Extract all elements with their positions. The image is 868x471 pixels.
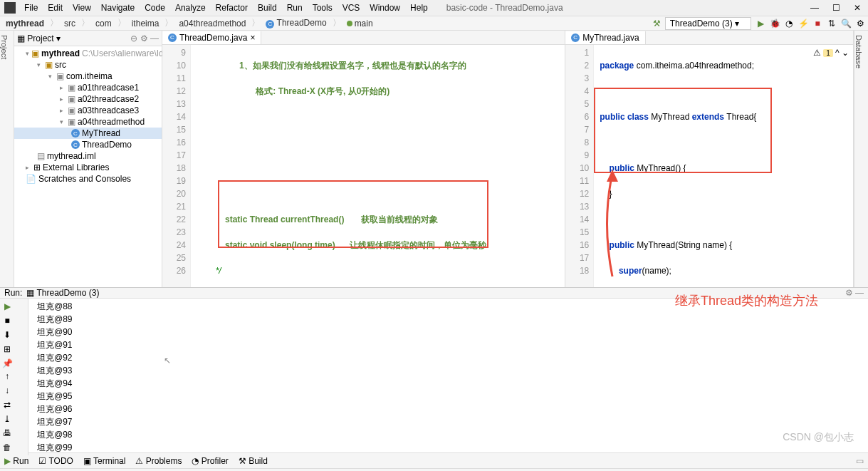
layout-icon[interactable]: ⊞ [4, 344, 11, 354]
code-right[interactable]: package com.itheima.a04threadmethod; pub… [594, 45, 853, 287]
breadcrumb: mythread〉 src〉 com〉 itheima〉 a04threadme… [3, 17, 376, 29]
rerun-icon[interactable]: ▶ [4, 301, 11, 311]
breadcrumb-item[interactable]: mythread [3, 18, 47, 29]
run-label: Run: [4, 288, 22, 298]
wrap-icon[interactable]: ⇄ [4, 400, 11, 410]
menu-code[interactable]: Code [140, 1, 169, 14]
run-output[interactable]: 坦克@88 坦克@89 坦克@90 坦克@91 坦克@92 坦克@93 坦克@9… [28, 299, 868, 455]
breadcrumb-item[interactable]: itheima [129, 18, 162, 29]
run-icon[interactable]: ▶ [755, 19, 765, 29]
tree-ext-libs[interactable]: ▸⊞ External Libraries [14, 162, 162, 173]
code-area-left[interactable]: 91011121314151617181920212223242526 1、如果… [162, 45, 565, 287]
tree-folder[interactable]: ▾▣ a04threadmethod [14, 116, 162, 128]
nav-toolbar: ⚒ ThreadDemo (3) ▾ ▶ 🐞 ◔ ⚡ ■ ⇅ 🔍 ⚙ [653, 17, 865, 30]
editor-left: CThreadDemo.java × 910111213141516171819… [162, 31, 565, 287]
cursor-icon: ↖ [164, 354, 171, 367]
search-icon[interactable]: 🔍 [841, 19, 851, 29]
menu-vcs[interactable]: VCS [338, 1, 365, 14]
tree-class-threaddemo[interactable]: C ThreadDemo [14, 139, 162, 150]
output-line: 坦克@96 [37, 403, 859, 415]
bottom-tab-todo[interactable]: ☑ TODO [38, 456, 73, 466]
run-config-name[interactable]: ▦ ThreadDemo (3) [26, 288, 99, 298]
stop-icon[interactable]: ■ [812, 19, 822, 29]
output-line: 坦克@89 [37, 313, 859, 326]
editor-tabs-right: CMyThread.java [565, 31, 853, 45]
code-area-right[interactable]: 123456789101112131415161718 package com.… [565, 45, 853, 287]
output-line: 坦克@90 [37, 326, 859, 338]
bottom-tab-build[interactable]: ⚒ Build [239, 456, 268, 466]
event-log-icon[interactable]: ▭ [856, 456, 864, 466]
menu-help[interactable]: Help [406, 1, 432, 14]
git-icon[interactable]: ⇅ [827, 19, 837, 29]
tree-package[interactable]: ▾▣ com.itheima [14, 71, 162, 82]
tree-folder[interactable]: ▸▣ a02threadcase2 [14, 93, 162, 105]
editor-tabs-left: CThreadDemo.java × [162, 31, 565, 45]
run-toolbar: ▶ ■ ⬇ ⊞ 📌 ↑ ↓ ⇄ ⤓ 🖶 🗑 [0, 299, 28, 455]
menu-tools[interactable]: Tools [308, 1, 337, 14]
right-tool-stripe[interactable]: Database [854, 31, 868, 287]
bottom-tab-terminal[interactable]: ▣ Terminal [83, 456, 125, 466]
bottom-tab-run[interactable]: ▶ Run [4, 456, 28, 466]
menu-analyze[interactable]: Analyze [171, 1, 210, 14]
editor-right: CMyThread.java 1234567891011121314151617… [565, 31, 854, 287]
menu-refactor[interactable]: Refactor [211, 1, 252, 14]
tab-threaddemo[interactable]: CThreadDemo.java × [162, 31, 261, 44]
main-area: Project ▦ Project ▾ ⊖ ⚙ — ▾▣ mythread C:… [0, 31, 868, 287]
status-bar: ☐ Build completed successfully in 2 sec,… [0, 468, 868, 471]
minimize-button[interactable]: — [804, 0, 825, 16]
output-line: 坦克@91 [37, 338, 859, 351]
breadcrumb-item[interactable]: com [93, 18, 115, 29]
project-panel-header: ▦ Project ▾ ⊖ ⚙ — [14, 31, 162, 46]
breadcrumb-item[interactable]: C ThreadDemo [263, 17, 329, 29]
tree-folder[interactable]: ▸▣ a03threadcase3 [14, 105, 162, 116]
code-left[interactable]: 1、如果我们没有给线程设置名字，线程也是有默认的名字的 格式: Thread-X… [191, 45, 565, 287]
pin-icon[interactable]: 📌 [2, 358, 13, 368]
output-line: 坦克@88 [37, 300, 859, 313]
tree-scratches[interactable]: 📄 Scratches and Consoles [14, 173, 162, 185]
menu-window[interactable]: Window [365, 1, 404, 14]
tree-iml[interactable]: ▤ mythread.iml [14, 150, 162, 162]
stop-icon[interactable]: ■ [4, 316, 9, 326]
run-config-dropdown[interactable]: ThreadDemo (3) ▾ [665, 17, 751, 30]
tree-class-mythread[interactable]: C MyThread [14, 128, 162, 139]
build-icon[interactable]: ⚒ [653, 19, 661, 29]
editor-splitter: CThreadDemo.java × 910111213141516171819… [162, 31, 854, 287]
breadcrumb-item[interactable]: a04threadmethod [176, 18, 249, 29]
settings-icon[interactable]: ⚙ [855, 19, 865, 29]
run-panel-settings[interactable]: ⚙ — [845, 288, 864, 298]
exit-icon[interactable]: ⬇ [4, 330, 11, 340]
menu-build[interactable]: Build [253, 1, 281, 14]
bottom-tab-problems[interactable]: ⚠ Problems [135, 456, 182, 466]
left-tool-stripe[interactable]: Project [0, 31, 14, 287]
panel-tools[interactable]: ⊖ ⚙ — [130, 33, 159, 43]
breadcrumb-item[interactable]: main [344, 18, 376, 29]
run-panel: Run: ▦ ThreadDemo (3) ⚙ — ▶ ■ ⬇ ⊞ 📌 ↑ ↓ … [0, 287, 868, 452]
tree-root[interactable]: ▾▣ mythread C:\Users\alienware\IdeaProje… [14, 48, 162, 59]
menu-edit[interactable]: Edit [43, 1, 67, 14]
breadcrumb-item[interactable]: src [61, 18, 78, 29]
print-icon[interactable]: 🖶 [3, 428, 11, 438]
close-button[interactable]: ✕ [847, 0, 868, 16]
menu-view[interactable]: View [68, 1, 95, 14]
menu-navigate[interactable]: Navigate [97, 1, 139, 14]
menu-file[interactable]: File [20, 1, 42, 14]
debug-icon[interactable]: 🐞 [770, 19, 780, 29]
maximize-button[interactable]: ☐ [825, 0, 847, 16]
inspection-warn[interactable]: ⚠ 1 ^ ⌄ [813, 46, 849, 60]
output-line: 坦克@94 [37, 377, 859, 390]
tab-mythread[interactable]: CMyThread.java [565, 31, 645, 44]
up-icon[interactable]: ↑ [5, 371, 9, 381]
window-title: basic-code - ThreadDemo.java [446, 3, 563, 13]
gutter-right: 123456789101112131415161718 [565, 45, 594, 287]
trash-icon[interactable]: 🗑 [3, 442, 11, 452]
menu-run[interactable]: Run [283, 1, 307, 14]
bottom-tab-profiler[interactable]: ◔ Profiler [192, 456, 228, 466]
profile-icon[interactable]: ⚡ [798, 19, 808, 29]
tree-src[interactable]: ▾▣ src [14, 59, 162, 71]
tree-folder[interactable]: ▸▣ a01threadcase1 [14, 82, 162, 93]
run-panel-header: Run: ▦ ThreadDemo (3) ⚙ — [0, 288, 868, 299]
output-line: 坦克@92 [37, 351, 859, 364]
scroll-icon[interactable]: ⤓ [4, 414, 11, 424]
down-icon[interactable]: ↓ [5, 385, 9, 395]
coverage-icon[interactable]: ◔ [784, 19, 794, 29]
